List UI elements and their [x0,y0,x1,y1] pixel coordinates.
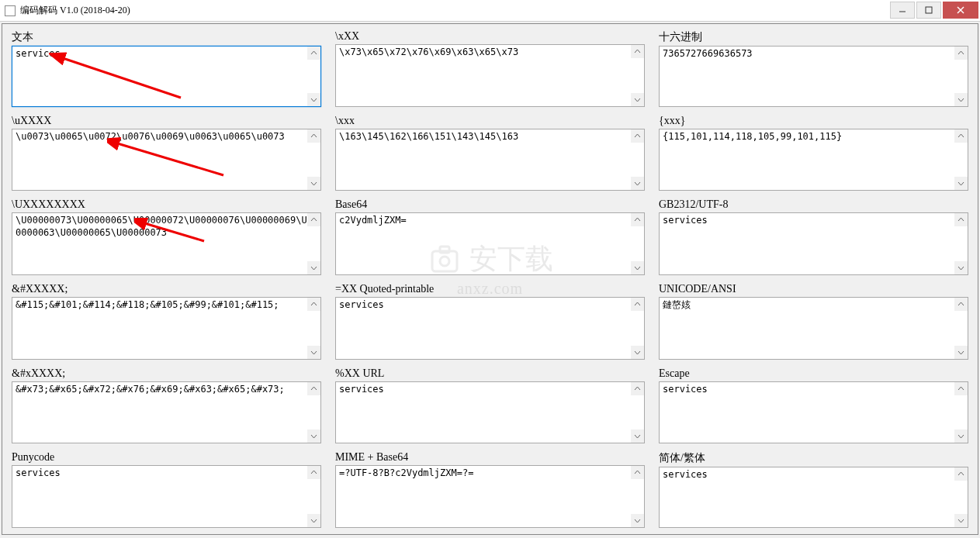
panel-8: GB2312/UTF-8 [659,198,968,275]
encoding-textarea[interactable] [660,213,968,274]
encoding-textarea[interactable] [12,298,320,359]
panel-6: \UXXXXXXXX [12,198,321,275]
panel-4: \xxx [335,115,645,191]
textarea-wrap [12,212,321,275]
scroll-down-icon[interactable] [307,514,320,527]
encoding-textarea[interactable] [12,47,320,106]
textarea-wrap [12,297,321,360]
scroll-down-icon[interactable] [954,261,968,274]
panel-label: 简体/繁体 [659,451,968,465]
scroll-up-icon[interactable] [631,466,644,479]
app-icon [5,5,16,16]
scroll-down-icon[interactable] [954,93,968,106]
client-area: 文本\xXX十六进制\uXXXX\xxx{xxx}\UXXXXXXXXBase6… [2,23,978,535]
textarea-wrap [12,129,321,191]
scroll-down-icon[interactable] [307,261,320,274]
scroll-up-icon[interactable] [954,467,968,481]
scroll-down-icon[interactable] [954,514,968,527]
scroll-up-icon[interactable] [307,466,320,479]
scroll-down-icon[interactable] [631,93,644,106]
scroll-up-icon[interactable] [954,298,968,311]
scroll-up-icon[interactable] [954,213,968,226]
encoding-textarea[interactable] [660,382,968,443]
textarea-wrap [335,381,645,444]
scroll-up-icon[interactable] [631,45,644,58]
scroll-down-icon[interactable] [307,177,320,190]
panel-5: {xxx} [659,115,968,191]
panel-3: \uXXXX [12,115,321,191]
maximize-button[interactable] [916,2,941,19]
close-button[interactable] [943,2,978,19]
panel-label: UNICODE/ANSI [659,283,968,295]
encoding-textarea[interactable] [660,467,968,527]
scroll-up-icon[interactable] [954,47,968,60]
panel-label: &#XXXXX; [12,283,321,295]
textarea-wrap [12,381,321,444]
panel-label: Base64 [335,198,645,211]
panel-1: \xXX [335,30,645,107]
panel-label: Punycode [12,451,321,464]
svg-rect-1 [926,7,932,13]
textarea-wrap [659,467,968,528]
scroll-up-icon[interactable] [631,298,644,311]
scroll-down-icon[interactable] [631,514,644,527]
panel-label: 文本 [12,30,321,44]
panel-label: {xxx} [659,115,968,127]
panel-label: =XX Quoted-printable [335,283,645,295]
scroll-up-icon[interactable] [631,129,644,143]
encoding-textarea[interactable] [12,213,320,274]
scroll-up-icon[interactable] [307,382,320,395]
encoding-textarea[interactable] [336,466,644,527]
encoding-textarea[interactable] [12,466,320,527]
scroll-up-icon[interactable] [307,129,320,143]
titlebar: 编码解码 V1.0 (2018-04-20) [0,0,980,22]
panel-label: %XX URL [335,367,645,380]
encoding-textarea[interactable] [660,47,968,106]
scroll-down-icon[interactable] [307,346,320,359]
scroll-down-icon[interactable] [307,429,320,443]
scroll-up-icon[interactable] [307,298,320,311]
panel-11: UNICODE/ANSI [659,283,968,360]
scroll-down-icon[interactable] [954,429,968,443]
encoding-textarea[interactable] [336,298,644,359]
scroll-up-icon[interactable] [631,213,644,226]
scroll-down-icon[interactable] [631,429,644,443]
textarea-wrap [659,381,968,444]
textarea-wrap [12,46,321,107]
scroll-up-icon[interactable] [307,213,320,226]
panel-0: 文本 [12,30,321,107]
encoding-textarea[interactable] [660,129,968,191]
panel-13: %XX URL [335,367,645,444]
encoding-textarea[interactable] [12,129,320,191]
scroll-down-icon[interactable] [954,346,968,359]
panel-label: \xxx [335,115,645,127]
window-title: 编码解码 V1.0 (2018-04-20) [20,4,130,17]
textarea-wrap [659,297,968,360]
scroll-down-icon[interactable] [631,177,644,190]
panel-2: 十六进制 [659,30,968,107]
textarea-wrap [335,44,645,107]
panel-label: \uXXXX [12,115,321,127]
minimize-button[interactable] [890,2,915,19]
textarea-wrap [335,129,645,191]
scroll-down-icon[interactable] [631,261,644,274]
scroll-up-icon[interactable] [954,382,968,395]
scroll-down-icon[interactable] [631,346,644,359]
panel-label: MIME + Base64 [335,451,645,464]
encoding-textarea[interactable] [336,45,644,106]
encoding-textarea[interactable] [660,298,968,359]
panel-17: 简体/繁体 [659,451,968,528]
scroll-up-icon[interactable] [631,382,644,395]
panel-14: Escape [659,367,968,444]
scroll-up-icon[interactable] [307,47,320,60]
panel-7: Base64 [335,198,645,275]
encoding-textarea[interactable] [12,382,320,443]
encoding-textarea[interactable] [336,382,644,443]
scroll-up-icon[interactable] [954,129,968,143]
scroll-down-icon[interactable] [307,93,320,106]
panel-label: GB2312/UTF-8 [659,198,968,211]
encoding-textarea[interactable] [336,213,644,274]
textarea-wrap [659,46,968,107]
scroll-down-icon[interactable] [954,177,968,190]
encoding-textarea[interactable] [336,129,644,191]
